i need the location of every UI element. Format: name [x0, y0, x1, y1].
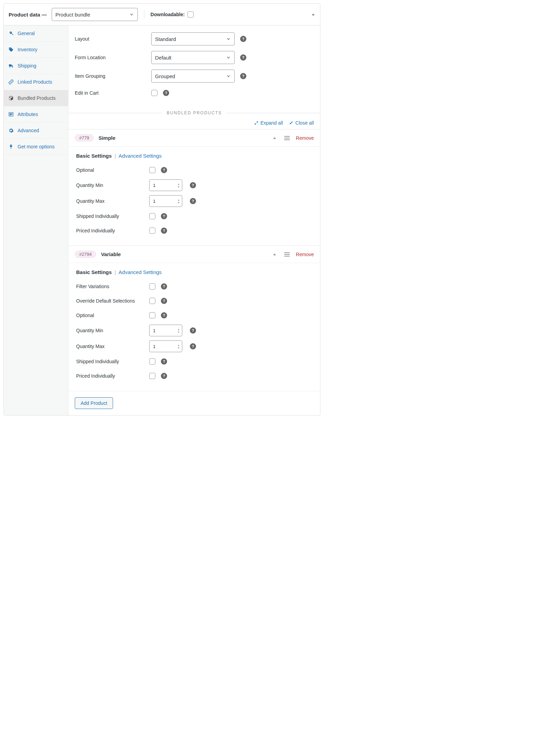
checkbox-priced-individually[interactable] — [149, 228, 155, 234]
panel-title: Product data — — [9, 12, 47, 18]
help-icon[interactable]: ? — [190, 343, 196, 349]
field-row: Override Default Selections ? — [76, 294, 312, 308]
help-icon[interactable]: ? — [161, 228, 167, 234]
panel-header: Product data — Product bundle Downloadab… — [4, 4, 320, 25]
field-row: Priced Individually ? — [76, 223, 312, 238]
select-item-grouping[interactable]: Grouped — [151, 70, 235, 83]
downloadable-toggle[interactable]: Downloadable: — [151, 11, 194, 18]
help-icon[interactable]: ? — [190, 327, 196, 334]
downloadable-checkbox[interactable] — [187, 11, 194, 18]
sidebar-item-label: Advanced — [18, 128, 39, 133]
number-input-quantity-max[interactable]: 1 ▲▼ — [149, 340, 182, 352]
checkbox-filter-variations[interactable] — [149, 283, 155, 290]
stepper-icon[interactable]: ▲▼ — [177, 344, 180, 349]
sidebar-item-attributes[interactable]: Attributes — [4, 106, 68, 123]
sidebar-item-inventory[interactable]: Inventory — [4, 42, 68, 58]
field-row: Filter Variations ? — [76, 279, 312, 294]
checkbox-override-default-selections[interactable] — [149, 298, 155, 304]
sidebar-item-advanced[interactable]: Advanced — [4, 123, 68, 139]
tab-basic-settings[interactable]: Basic Settings — [76, 153, 112, 159]
drag-handle-icon[interactable] — [283, 252, 291, 256]
sidebar-item-shipping[interactable]: Shipping — [4, 58, 68, 74]
field-row: Optional ? — [76, 308, 312, 323]
collapse-item-icon[interactable] — [271, 252, 278, 256]
help-icon[interactable]: ? — [163, 90, 169, 96]
product-type-select[interactable]: Product bundle — [52, 8, 138, 21]
field-label: Quantity Max — [76, 344, 149, 349]
chevron-down-icon — [129, 12, 134, 17]
divider — [144, 10, 144, 19]
checkbox-priced-individually[interactable] — [149, 373, 155, 379]
collapse-item-icon[interactable] — [271, 136, 278, 140]
number-value: 1 — [153, 328, 177, 333]
number-input-quantity-min[interactable]: 1 ▲▼ — [149, 179, 182, 191]
items-toolbar: Expand all Close all — [69, 117, 320, 129]
sidebar-item-bundled-products[interactable]: Bundled Products — [4, 90, 68, 106]
help-icon[interactable]: ? — [161, 283, 167, 290]
label-layout: Layout — [75, 36, 151, 42]
downloadable-label: Downloadable: — [151, 12, 185, 17]
stepper-icon[interactable]: ▲▼ — [177, 328, 180, 333]
collapse-panel-icon[interactable] — [311, 12, 315, 17]
help-icon[interactable]: ? — [190, 182, 196, 188]
checkbox-optional[interactable] — [149, 167, 155, 173]
field-label: Quantity Max — [76, 198, 149, 204]
close-all-link[interactable]: Close all — [289, 120, 314, 126]
select-value: Default — [155, 55, 172, 61]
add-product-button[interactable]: Add Product — [75, 397, 113, 409]
help-icon[interactable]: ? — [190, 198, 196, 204]
help-icon[interactable]: ? — [240, 36, 246, 42]
help-icon[interactable]: ? — [240, 73, 246, 79]
checkbox-optional[interactable] — [149, 312, 155, 318]
stepper-icon[interactable]: ▲▼ — [177, 183, 180, 188]
field-row: Priced Individually ? — [76, 369, 312, 383]
remove-item-link[interactable]: Remove — [296, 252, 314, 257]
expand-all-label: Expand all — [260, 120, 283, 126]
product-type-value: Product bundle — [55, 12, 90, 18]
sidebar-item-label: Shipping — [18, 63, 37, 69]
select-form-location[interactable]: Default — [151, 51, 235, 64]
help-icon[interactable]: ? — [161, 167, 167, 173]
field-row: Quantity Min 1 ▲▼ ? — [76, 177, 312, 193]
sidebar-item-general[interactable]: General — [4, 25, 68, 42]
help-icon[interactable]: ? — [161, 358, 167, 365]
sidebar-item-linked-products[interactable]: Linked Products — [4, 74, 68, 90]
tab-advanced-settings[interactable]: Advanced Settings — [119, 269, 162, 275]
help-icon[interactable]: ? — [240, 54, 246, 61]
sidebar-item-get-more-options[interactable]: Get more options — [4, 139, 68, 155]
label-form-location: Form Location — [75, 55, 151, 60]
field-row: Shipped Individually ? — [76, 354, 312, 369]
item-body: Basic Settings | Advanced Settings Filte… — [69, 263, 320, 391]
section-title: BUNDLED PRODUCTS — [162, 111, 227, 115]
help-icon[interactable]: ? — [161, 213, 167, 219]
item-header: #779 Simple Remove — [69, 129, 320, 146]
tab-advanced-settings[interactable]: Advanced Settings — [119, 153, 162, 159]
expand-icon — [254, 121, 258, 125]
close-all-label: Close all — [295, 120, 314, 126]
bundled-items-list: #779 Simple Remove Basic Settings | Adva… — [69, 129, 320, 391]
tab-basic-settings[interactable]: Basic Settings — [76, 269, 112, 275]
bundle-options: Layout Standard ? Form Location Default … — [69, 25, 320, 107]
main-content: Layout Standard ? Form Location Default … — [69, 25, 320, 415]
section-divider: BUNDLED PRODUCTS — [69, 110, 320, 115]
field-label: Optional — [76, 313, 149, 318]
checkbox-shipped-individually[interactable] — [149, 213, 155, 219]
expand-all-link[interactable]: Expand all — [254, 120, 283, 126]
number-value: 1 — [153, 183, 177, 188]
field-row: Quantity Max 1 ▲▼ ? — [76, 338, 312, 354]
checkbox-edit-in-cart[interactable] — [151, 90, 157, 96]
number-input-quantity-max[interactable]: 1 ▲▼ — [149, 195, 182, 207]
stepper-icon[interactable]: ▲▼ — [177, 199, 180, 204]
select-layout[interactable]: Standard — [151, 32, 235, 45]
field-item-grouping: Item Grouping Grouped ? — [75, 67, 314, 85]
number-input-quantity-min[interactable]: 1 ▲▼ — [149, 325, 182, 336]
drag-handle-icon[interactable] — [283, 136, 291, 140]
help-icon[interactable]: ? — [161, 312, 167, 318]
item-header: #2794 Variable Remove — [69, 246, 320, 263]
checkbox-shipped-individually[interactable] — [149, 358, 155, 365]
number-value: 1 — [153, 199, 177, 204]
field-label: Priced Individually — [76, 373, 149, 379]
help-icon[interactable]: ? — [161, 373, 167, 379]
help-icon[interactable]: ? — [161, 298, 167, 304]
remove-item-link[interactable]: Remove — [296, 135, 314, 141]
